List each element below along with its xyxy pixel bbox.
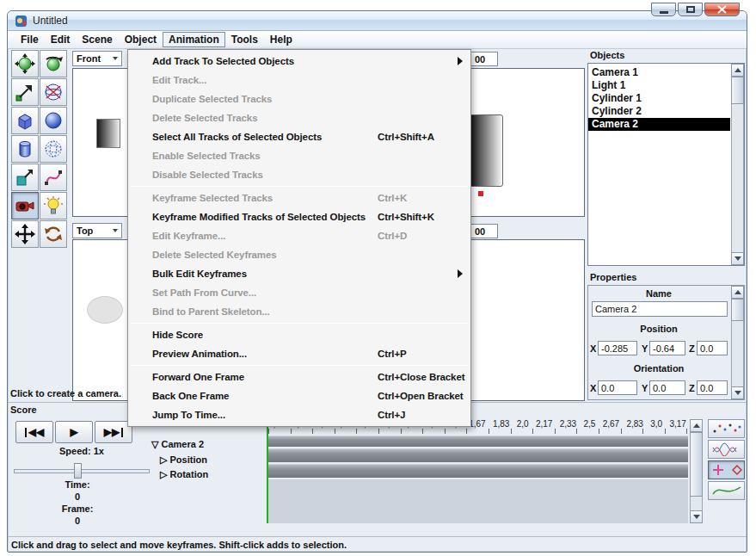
menu-item-hide-score[interactable]: Hide Score [128, 325, 470, 344]
menu-edit[interactable]: Edit [45, 32, 77, 47]
tool-scale-object-button[interactable] [11, 78, 39, 106]
maximize-button[interactable] [678, 3, 703, 16]
tool-create-spline-mesh-button[interactable] [40, 135, 67, 163]
objects-panel-title: Objects [590, 50, 624, 60]
view-selector-top[interactable]: Top [72, 223, 122, 238]
status-bar-text: Click and drag to select and move keyfra… [11, 540, 347, 550]
speed-slider-thumb[interactable] [74, 463, 82, 479]
tool-pan-view-button[interactable] [11, 220, 39, 248]
tool-create-sphere-button[interactable] [40, 107, 67, 134]
menu-item-jump-to-time[interactable]: Jump To Time... Ctrl+J [128, 405, 470, 424]
mode-curves-button[interactable] [708, 440, 745, 459]
play-button[interactable]: ▶ [55, 421, 93, 443]
timeline-track-camera-2[interactable] [267, 436, 688, 447]
tool-move-object-button[interactable] [11, 50, 39, 77]
spline-mesh-icon [43, 139, 64, 159]
menu-file[interactable]: File [15, 32, 45, 47]
sphere-icon [43, 110, 64, 131]
menu-tools[interactable]: Tools [225, 32, 264, 47]
tool-create-light-button[interactable] [40, 192, 67, 219]
menu-item-delete-tracks[interactable]: Delete Selected Tracks [128, 108, 470, 127]
menu-scene[interactable]: Scene [76, 32, 118, 47]
scene-object-cylinder-front [96, 119, 120, 148]
close-button[interactable] [704, 3, 740, 16]
timeline-scrollbar-thumb[interactable] [690, 432, 703, 497]
menu-object[interactable]: Object [119, 32, 163, 47]
position-x-label: X [590, 343, 596, 354]
view-selector-partial-value: 00 [475, 226, 485, 237]
tool-create-cube-button[interactable] [11, 107, 39, 134]
scroll-down-button[interactable] [690, 510, 703, 523]
tool-rotate-view-button[interactable] [40, 220, 67, 248]
timeline-track-rotation[interactable] [267, 464, 688, 478]
scroll-down-button[interactable] [731, 252, 744, 265]
menu-item-keyframe-selected[interactable]: Keyframe Selected Tracks Ctrl+K [128, 188, 470, 207]
menu-item-back-one-frame[interactable]: Back One Frame Ctrl+Open Bracket [128, 386, 470, 405]
position-z-field[interactable] [697, 341, 728, 355]
toolbar-status-text: Click to create a camera. [10, 388, 121, 398]
menu-item-forward-one-frame[interactable]: Forward One Frame Ctrl+Close Bracket [128, 368, 470, 386]
curve-icon [43, 167, 64, 188]
name-field[interactable] [592, 301, 728, 317]
menu-item-bulk-edit-keyframes[interactable]: Bulk Edit Keyframes [128, 264, 470, 283]
track-position[interactable]: ▷ Position [160, 454, 207, 466]
track-rotation[interactable]: ▷ Rotation [160, 469, 208, 480]
view-selector-front[interactable]: Front [72, 51, 122, 66]
track-camera-2[interactable]: ▽ Camera 2 [151, 439, 204, 450]
object-item-cylinder-1[interactable]: Cylinder 1 [588, 92, 730, 105]
view-selector-top-right-partial[interactable]: 00 [471, 52, 498, 66]
menu-item-edit-track[interactable]: Edit Track... [128, 71, 470, 90]
position-x-field[interactable] [598, 341, 637, 355]
expander-closed-icon[interactable]: ▷ [160, 454, 167, 465]
position-y-field[interactable] [649, 341, 685, 355]
rewind-button[interactable]: ◀◀ [15, 421, 53, 443]
tool-create-camera-button[interactable] [11, 192, 39, 219]
menu-item-keyframe-modified[interactable]: Keyframe Modified Tracks of Selected Obj… [128, 207, 470, 226]
orientation-z-field[interactable] [697, 380, 728, 395]
menu-item-preview-animation[interactable]: Preview Animation... Ctrl+P [128, 344, 470, 363]
menu-item-disable-tracks[interactable]: Disable Selected Tracks [128, 165, 470, 184]
expander-open-icon[interactable]: ▽ [151, 439, 158, 449]
objects-scrollbar-thumb[interactable] [731, 77, 744, 104]
menu-item-bind-to-parent-skeleton[interactable]: Bind to Parent Skeleton... [128, 302, 470, 321]
expander-closed-icon[interactable]: ▷ [160, 469, 167, 479]
object-item-camera-2[interactable]: Camera 2 [588, 118, 730, 131]
orientation-x-field[interactable] [598, 380, 637, 395]
scroll-up-button[interactable] [731, 64, 744, 77]
menu-item-select-all-tracks[interactable]: Select All Tracks of Selected Objects Ct… [128, 127, 470, 146]
playhead-line[interactable] [267, 419, 268, 523]
minimize-button[interactable] [651, 3, 676, 16]
mode-keyframes-button[interactable] [708, 419, 745, 438]
scroll-down-button[interactable] [731, 386, 744, 399]
menu-item-duplicate-tracks[interactable]: Duplicate Selected Tracks [128, 90, 470, 108]
object-item-light-1[interactable]: Light 1 [588, 79, 730, 92]
timeline-track-position[interactable] [267, 448, 688, 462]
scroll-up-button[interactable] [731, 286, 744, 299]
menu-animation[interactable]: Animation [163, 32, 225, 47]
tool-create-curve-button[interactable] [40, 164, 67, 191]
tool-create-cylinder-button[interactable] [11, 135, 39, 163]
tool-create-solid-button[interactable] [11, 164, 39, 191]
object-item-cylinder-2[interactable]: Cylinder 2 [588, 105, 730, 118]
menu-item-delete-keyframes[interactable]: Delete Selected Keyframes [128, 245, 470, 264]
timeline-empty-area[interactable] [267, 479, 688, 523]
tool-rotate-object-button[interactable] [40, 50, 67, 77]
scene-camera-marker [478, 191, 483, 196]
title-bar[interactable]: Untitled [8, 11, 747, 31]
properties-scrollbar-thumb[interactable] [731, 299, 744, 321]
scroll-up-button[interactable] [690, 419, 703, 432]
track-label-text: Camera 2 [162, 439, 205, 449]
orientation-y-field[interactable] [649, 380, 685, 395]
speed-slider[interactable] [14, 469, 150, 473]
object-item-camera-1[interactable]: Camera 1 [588, 66, 730, 79]
mode-edit-keyframes-button[interactable] [708, 460, 745, 479]
triangle-down-icon [693, 515, 700, 519]
menu-item-enable-tracks[interactable]: Enable Selected Tracks [128, 146, 470, 165]
view-selector-bottom-right-partial[interactable]: 00 [471, 224, 498, 238]
menu-item-edit-keyframe[interactable]: Edit Keyframe... Ctrl+D [128, 226, 470, 245]
tool-universal-manipulator-button[interactable] [40, 78, 67, 106]
menu-item-set-path-from-curve[interactable]: Set Path From Curve... [128, 283, 470, 302]
menu-item-add-track[interactable]: Add Track To Selected Objects [128, 52, 470, 71]
mode-smooth-button[interactable] [708, 481, 745, 500]
menu-help[interactable]: Help [264, 32, 298, 47]
